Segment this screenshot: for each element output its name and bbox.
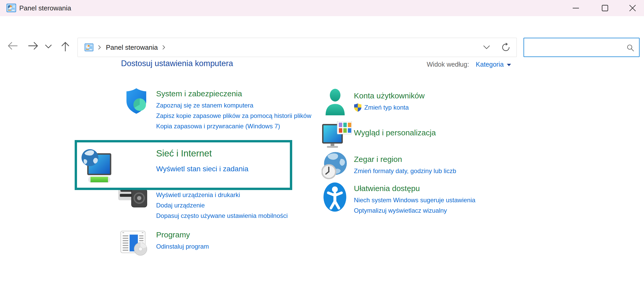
view-by-value[interactable]: Kategoria xyxy=(476,61,504,68)
breadcrumb-chevron-icon xyxy=(98,45,101,50)
task-link[interactable]: Optymalizuj wyświetlacz wizualny xyxy=(354,206,515,215)
view-by-caret-icon[interactable] xyxy=(507,64,511,66)
category-title-appearance[interactable]: Wygląd i personalizacja xyxy=(354,128,436,138)
task-link[interactable]: Zapisz kopie zapasowe plików za pomocą h… xyxy=(156,111,317,120)
category-title-system-security[interactable]: System i zabezpieczenia xyxy=(156,89,242,99)
task-link[interactable]: Zapoznaj się ze stanem komputera xyxy=(156,101,317,110)
search-icon[interactable] xyxy=(627,44,634,52)
window-title: Panel sterowania xyxy=(19,4,71,12)
maximize-icon xyxy=(601,4,609,12)
monitor-palette-icon[interactable] xyxy=(322,121,352,149)
task-link[interactable]: Niech system Windows sugeruje ustawienia xyxy=(354,196,515,205)
accessibility-person-icon[interactable] xyxy=(323,182,347,212)
category-clock-region: Zegar i region Zmień formaty daty, godzi… xyxy=(354,154,515,177)
back-arrow-icon xyxy=(7,41,19,51)
uac-shield-icon xyxy=(354,103,362,112)
view-by-label: Widok według: xyxy=(427,61,469,68)
minimize-icon xyxy=(571,4,580,12)
up-button[interactable] xyxy=(60,41,70,52)
address-bar[interactable]: Panel sterowania xyxy=(78,38,517,57)
maximize-button[interactable] xyxy=(599,2,611,14)
category-title-clock-region[interactable]: Zegar i region xyxy=(354,154,402,165)
task-link[interactable]: Dopasuj często używane ustawienia mobiln… xyxy=(156,211,317,220)
category-title-user-accounts[interactable]: Konta użytkowników xyxy=(354,91,425,101)
back-button[interactable] xyxy=(7,41,19,51)
globe-clock-icon[interactable] xyxy=(322,152,347,180)
refresh-icon[interactable] xyxy=(501,42,511,52)
view-by-control: Widok według: Kategoria xyxy=(427,61,511,68)
breadcrumb-root[interactable]: Panel sterowania xyxy=(106,43,158,52)
task-link[interactable]: Dodaj urządzenie xyxy=(156,201,317,210)
category-title-network-internet[interactable]: Sieć i Internet xyxy=(156,148,212,159)
category-hardware-sound: Wyświetl urządzenia i drukarki Dodaj urz… xyxy=(156,191,317,222)
search-box xyxy=(524,38,640,57)
forward-arrow-icon xyxy=(27,41,39,51)
task-link-change-account-type[interactable]: Zmień typ konta xyxy=(364,103,409,112)
network-internet-highlight-box: Sieć i Internet Wyświetl stan sieci i za… xyxy=(75,140,292,190)
category-title-programs[interactable]: Programy xyxy=(156,230,190,240)
task-link[interactable]: Wyświetl urządzenia i drukarki xyxy=(156,191,317,199)
close-button[interactable] xyxy=(627,2,639,14)
task-link[interactable]: Zmień formaty daty, godziny lub liczb xyxy=(354,167,515,175)
navigation-toolbar: Panel sterowania xyxy=(0,16,644,44)
address-dropdown-icon[interactable] xyxy=(483,45,490,49)
chevron-down-icon xyxy=(45,44,52,49)
network-globe-monitor-icon[interactable] xyxy=(81,146,113,185)
category-system-security: System i zabezpieczenia Zapoznaj się ze … xyxy=(156,89,317,132)
minimize-button[interactable] xyxy=(570,2,582,14)
shield-pie-icon[interactable] xyxy=(124,87,148,115)
category-programs: Programy Odinstaluj program xyxy=(156,230,317,253)
category-ease-of-access: Ułatwienia dostępu Niech system Windows … xyxy=(354,183,515,217)
forward-button[interactable] xyxy=(27,41,39,51)
up-arrow-icon xyxy=(60,41,70,52)
programs-disc-icon[interactable] xyxy=(120,231,148,256)
recent-pages-button[interactable] xyxy=(45,44,52,49)
task-link[interactable]: Kopia zapasowa i przywracanie (Windows 7… xyxy=(156,122,317,131)
task-link-network-status[interactable]: Wyświetl stan sieci i zadania xyxy=(156,165,248,173)
task-link[interactable]: Odinstaluj program xyxy=(156,242,317,251)
control-panel-window: Panel sterowania xyxy=(0,0,644,284)
page-title: Dostosuj ustawienia komputera xyxy=(121,59,233,68)
user-silhouette-icon[interactable] xyxy=(323,88,347,116)
category-user-accounts: Konta użytkowników Zmień typ konta xyxy=(354,91,515,112)
category-title-ease-of-access[interactable]: Ułatwienia dostępu xyxy=(354,183,420,194)
breadcrumb-chevron-icon[interactable] xyxy=(162,45,165,50)
category-appearance: Wygląd i personalizacja xyxy=(354,128,515,138)
control-panel-icon-small[interactable] xyxy=(85,43,93,52)
control-panel-icon xyxy=(7,3,16,13)
search-input[interactable] xyxy=(528,38,624,56)
close-icon xyxy=(628,4,637,12)
titlebar: Panel sterowania xyxy=(0,0,644,16)
